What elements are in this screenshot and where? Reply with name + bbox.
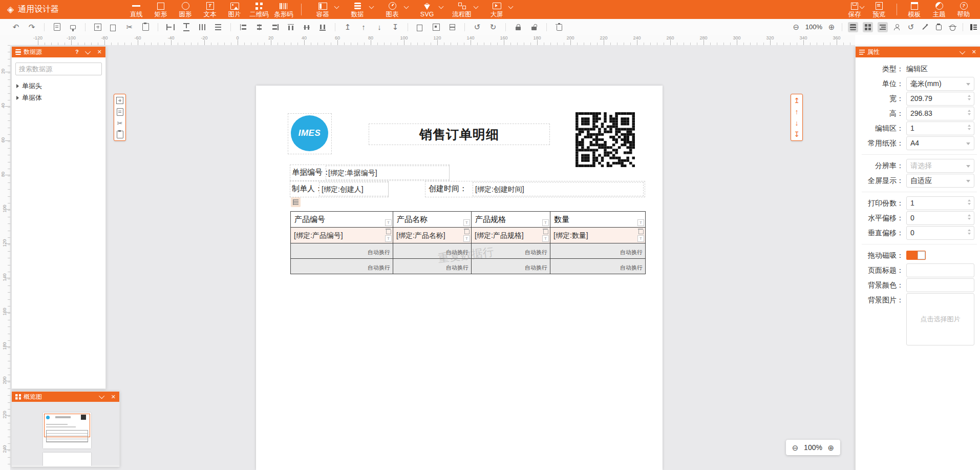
delete-binding-icon[interactable] — [386, 230, 391, 234]
table-autowrap-cell[interactable]: 自动换行 — [550, 243, 646, 259]
chevron-down-icon[interactable] — [404, 4, 409, 9]
table-binding-cell[interactable]: [绑定:产品编号]T — [291, 228, 393, 243]
send-to-back-icon[interactable]: ↧ — [793, 130, 801, 138]
add-region-icon[interactable] — [93, 23, 102, 32]
equal-height-icon[interactable] — [182, 23, 191, 32]
align-top-icon[interactable] — [286, 23, 295, 32]
collapse-icon[interactable] — [85, 48, 91, 54]
clone-icon[interactable] — [416, 23, 425, 32]
delete-icon[interactable] — [555, 23, 564, 32]
bring-to-front-icon[interactable]: ↥ — [793, 96, 801, 105]
table-header-cell[interactable]: 数量T — [550, 212, 646, 228]
text-style-icon[interactable]: T — [385, 235, 392, 242]
report-page[interactable]: IMES 销售订单明细 单据编号： [绑定:单据编号] 制单人： [绑定:创建人… — [256, 86, 663, 470]
doc-number-field[interactable]: 单据编号： [绑定:单据编号] — [290, 165, 450, 181]
table-autowrap-cell[interactable]: 自动换行 — [291, 243, 393, 259]
property-number-input[interactable]: 296.83 — [906, 107, 974, 120]
detail-table[interactable]: 产品编号T 产品名称T 产品规格T 数量T [绑定:产品编号]T [绑定:产品名… — [290, 211, 646, 274]
chevron-down-icon[interactable] — [334, 4, 339, 9]
align-right-icon[interactable] — [270, 23, 280, 32]
move-up-layer-icon[interactable]: ↑ — [359, 23, 368, 32]
property-text-input[interactable] — [906, 263, 974, 277]
move-down-layer-icon[interactable]: ↓ — [375, 23, 384, 32]
logo-element[interactable]: IMES — [288, 113, 332, 154]
topbar-tool[interactable]: 主题 — [927, 0, 951, 19]
design-canvas[interactable]: IMES 销售订单明细 单据编号： [绑定:单据编号] 制单人： [绑定:创建人… — [10, 45, 855, 470]
table-autowrap-cell[interactable]: 自动换行 — [393, 243, 472, 259]
qr-code[interactable] — [576, 112, 635, 167]
zoom-out-icon[interactable]: ⊖ — [792, 23, 801, 32]
align-left-icon[interactable] — [239, 23, 248, 32]
text-style-icon[interactable]: T — [637, 235, 644, 242]
datasource-panel-toggle-icon[interactable] — [848, 22, 858, 32]
table-binding-cell[interactable]: [绑定:数量]T — [550, 228, 646, 243]
topbar-tool[interactable]: 保存 — [842, 0, 867, 19]
spinner-icons[interactable] — [968, 95, 971, 100]
table-autowrap-cell[interactable]: 自动换行 — [472, 259, 550, 274]
user-icon[interactable] — [892, 23, 902, 32]
creator-binding[interactable]: [绑定:创建人] — [319, 182, 389, 196]
drag-snap-toggle[interactable] — [906, 251, 926, 260]
property-select[interactable]: 自适应 — [906, 174, 974, 188]
table-binding-cell[interactable]: [绑定:产品名称]T — [393, 228, 472, 243]
property-select[interactable]: A4 — [906, 136, 974, 150]
spinner-icons[interactable] — [968, 229, 971, 235]
company-logo[interactable]: IMES — [291, 115, 328, 151]
zoom-in-icon[interactable]: ⊕ — [827, 23, 836, 32]
table-autowrap-cell[interactable]: 自动换行 — [550, 259, 646, 274]
format-brush-icon[interactable] — [68, 23, 77, 32]
property-number-input[interactable]: 0 — [906, 211, 974, 225]
bring-to-front-icon[interactable]: ↥ — [343, 23, 352, 32]
property-number-input[interactable]: 209.79 — [906, 92, 974, 106]
topbar-tool[interactable]: SVG — [411, 0, 446, 19]
help-icon[interactable]: ? — [75, 49, 79, 55]
create-time-field[interactable]: 创建时间： [绑定:创建时间] — [425, 181, 645, 197]
topbar-tool[interactable]: 二维码 — [247, 0, 271, 19]
lock-icon[interactable] — [514, 23, 523, 32]
creator-field[interactable]: 制单人： [绑定:创建人] — [290, 181, 389, 197]
paste-icon[interactable] — [116, 130, 124, 138]
doc-number-binding[interactable]: [绑定:单据编号] — [326, 166, 450, 180]
magic-wand-icon[interactable] — [920, 23, 929, 32]
table-binding-cell[interactable]: [绑定:产品规格]T — [472, 228, 550, 243]
property-number-input[interactable]: 1 — [906, 121, 974, 135]
chevron-down-icon[interactable] — [369, 4, 374, 9]
table-header-cell[interactable]: 产品规格T — [472, 212, 550, 228]
text-style-icon[interactable]: T — [542, 235, 549, 242]
table-header-cell[interactable]: 产品编号T — [291, 212, 393, 228]
topbar-tool[interactable]: 条形码 — [271, 0, 296, 19]
topbar-tool[interactable]: 图表 — [376, 0, 411, 19]
align-bottom-icon[interactable] — [318, 23, 327, 32]
text-style-icon[interactable]: T — [637, 219, 644, 226]
new-document-icon[interactable] — [52, 23, 61, 32]
caret-right-icon[interactable] — [16, 84, 19, 88]
collapse-icon[interactable] — [99, 393, 104, 399]
delete-binding-icon[interactable] — [464, 230, 470, 234]
topbar-tool[interactable]: 模板 — [902, 0, 927, 19]
topbar-tool[interactable]: 流程图 — [446, 0, 481, 19]
spinner-icons[interactable] — [968, 125, 971, 130]
close-icon[interactable]: ✕ — [972, 49, 976, 55]
overview-panel-toggle-icon[interactable] — [863, 22, 873, 32]
overview-thumbnail-area[interactable] — [12, 402, 119, 466]
datasource-search-input[interactable]: 搜索数据源 — [15, 63, 102, 75]
chevron-down-icon[interactable] — [508, 4, 514, 9]
text-style-icon[interactable]: T — [463, 219, 470, 226]
delete-binding-icon[interactable] — [638, 230, 644, 234]
distribute-vertical-icon[interactable] — [214, 23, 223, 32]
history-icon[interactable]: ↺ — [906, 23, 915, 32]
cut-icon[interactable]: ✂ — [125, 23, 134, 32]
overview-page-thumbnail[interactable] — [43, 413, 91, 448]
text-style-icon[interactable]: T — [385, 219, 392, 226]
align-center-icon[interactable] — [254, 23, 264, 32]
create-time-binding[interactable]: [绑定:创建时间] — [473, 182, 644, 196]
undo-icon[interactable]: ↶ — [11, 23, 20, 32]
caret-right-icon[interactable] — [16, 96, 19, 100]
topbar-tool[interactable]: 容器 — [307, 0, 342, 19]
close-icon[interactable]: ✕ — [111, 394, 116, 400]
chevron-down-icon[interactable] — [439, 4, 444, 9]
paste-icon[interactable] — [141, 23, 150, 32]
property-text-input[interactable] — [906, 278, 974, 292]
table-autowrap-cell[interactable]: 自动换行 — [472, 243, 550, 259]
datasource-tree-item[interactable]: 单据头 — [12, 80, 105, 92]
